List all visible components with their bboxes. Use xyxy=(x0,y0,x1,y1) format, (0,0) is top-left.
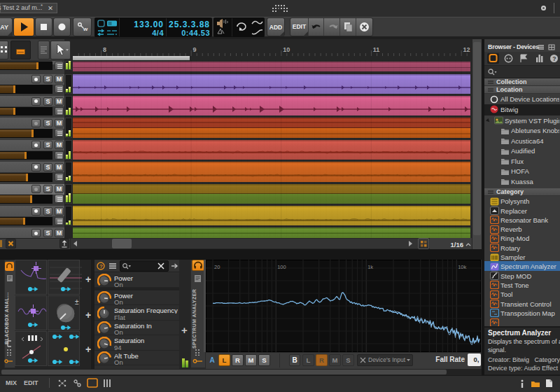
svg-text:10k: 10k xyxy=(458,264,466,270)
svg-text:20: 20 xyxy=(214,264,220,270)
svg-text:?: ? xyxy=(552,55,556,62)
svg-text:1k: 1k xyxy=(368,264,373,270)
svg-text:100: 100 xyxy=(277,264,286,270)
svg-text:w: w xyxy=(83,26,88,32)
svg-text:?: ? xyxy=(99,263,103,270)
svg-text:±: ± xyxy=(75,298,79,306)
